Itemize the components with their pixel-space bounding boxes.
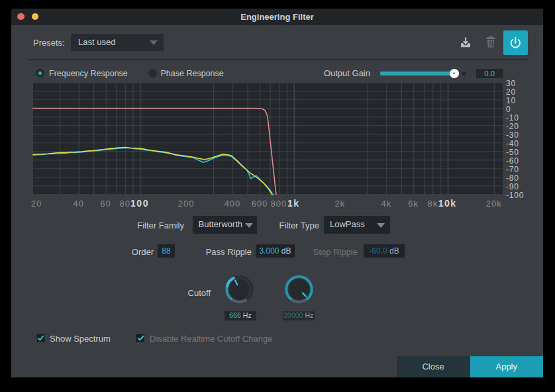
- svg-text:8k: 8k: [427, 199, 438, 209]
- svg-text:100: 100: [130, 198, 149, 209]
- svg-text:-20: -20: [506, 122, 519, 131]
- svg-text:40: 40: [73, 199, 83, 209]
- svg-text:-40: -40: [506, 139, 519, 148]
- svg-text:6k: 6k: [408, 199, 419, 209]
- svg-text:200: 200: [178, 199, 195, 209]
- svg-text:-30: -30: [506, 130, 519, 140]
- svg-text:30: 30: [506, 79, 516, 88]
- svg-text:-50: -50: [506, 148, 519, 157]
- svg-text:600: 600: [252, 199, 268, 209]
- svg-text:10k: 10k: [438, 198, 457, 209]
- svg-text:0: 0: [506, 105, 511, 114]
- svg-text:2k: 2k: [335, 199, 346, 209]
- svg-text:-70: -70: [506, 165, 519, 174]
- svg-text:-80: -80: [506, 173, 519, 183]
- svg-text:20k: 20k: [486, 199, 502, 209]
- svg-text:10: 10: [506, 96, 516, 105]
- svg-text:-90: -90: [506, 182, 519, 191]
- svg-text:60: 60: [100, 199, 111, 209]
- svg-text:4k: 4k: [381, 199, 391, 209]
- svg-text:20: 20: [506, 87, 516, 97]
- svg-text:800: 800: [271, 199, 287, 209]
- svg-text:1k: 1k: [287, 198, 300, 209]
- svg-text:-60: -60: [506, 156, 519, 166]
- svg-text:20: 20: [31, 199, 42, 209]
- svg-text:-100: -100: [506, 191, 524, 200]
- svg-text:-10: -10: [506, 113, 519, 122]
- svg-text:400: 400: [225, 199, 241, 209]
- svg-text:80: 80: [119, 199, 130, 209]
